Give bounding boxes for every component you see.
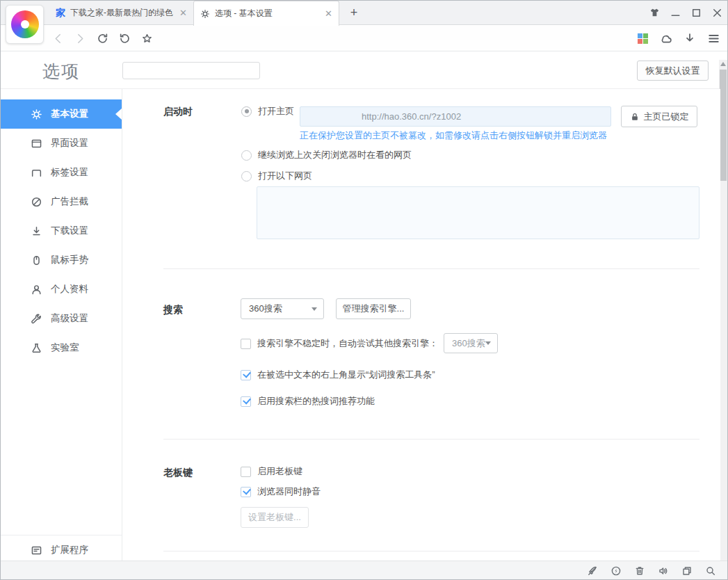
rocket-off-icon[interactable] [587, 565, 598, 577]
window-icon [31, 138, 42, 150]
search-engine-select-value: 360搜索 [249, 303, 282, 315]
page-title: 选项 [42, 60, 80, 83]
cloud-icon[interactable] [659, 32, 672, 45]
tab-settings[interactable]: 选项 - 基本设置 ✕ [193, 1, 339, 26]
download-line-icon [31, 225, 42, 237]
homepage-locked-label: 主页已锁定 [644, 111, 689, 123]
wrench-icon [31, 313, 42, 325]
selection-toolbar-label: 在被选中文本的右上角显示“划词搜索工具条” [257, 369, 435, 381]
lock-icon [630, 112, 640, 122]
tab-downloads-home[interactable]: 家 下载之家-最新最热门的绿色 ✕ [49, 1, 193, 25]
sidebar-item-profile[interactable]: 个人资料 [1, 275, 122, 304]
tab2-close-icon[interactable]: ✕ [325, 8, 332, 19]
reset-defaults-button[interactable]: 恢复默认设置 [637, 61, 709, 81]
restore-windows-icon[interactable] [681, 565, 693, 577]
fallback-engine-checkbox[interactable] [241, 339, 251, 349]
browser-logo[interactable] [6, 5, 44, 44]
selection-toolbar-checkbox[interactable] [241, 370, 251, 380]
back-icon[interactable] [52, 33, 64, 45]
sidebar-item-label: 鼠标手势 [51, 254, 88, 266]
hotword-suggest-label: 启用搜索栏的热搜词推荐功能 [257, 395, 375, 408]
bosskey-mute-checkbox[interactable] [241, 487, 251, 497]
settings-content: 启动时 打开主页 http://hao.360.cn/?z1002 主页已锁定 … [122, 89, 720, 561]
browser-window: 家 下载之家-最新最热门的绿色 ✕ 选项 - 基本设置 ✕ + [0, 0, 728, 580]
section-divider [163, 439, 699, 440]
flask-icon [31, 342, 42, 354]
sidebar-item-download[interactable]: 下载设置 [1, 216, 122, 245]
status-bar [1, 561, 728, 580]
volume-icon[interactable] [658, 565, 669, 577]
gear-sun-icon [31, 108, 42, 120]
extensions-icon [31, 545, 42, 556]
set-bosskey-button[interactable]: 设置老板键... [241, 507, 309, 528]
radio-continue-label: 继续浏览上次关闭浏览器时在看的网页 [258, 149, 412, 161]
tab-bar: 家 下载之家-最新最热门的绿色 ✕ 选项 - 基本设置 ✕ + [1, 1, 728, 25]
download-icon[interactable] [683, 32, 696, 45]
section-divider [163, 551, 699, 551]
hotword-suggest-checkbox[interactable] [241, 396, 251, 407]
scrollbar-thumb[interactable] [720, 70, 727, 181]
maximize-icon[interactable] [690, 7, 702, 19]
undo-icon[interactable] [119, 33, 131, 45]
forward-icon[interactable] [74, 33, 86, 45]
bosskey-enable-checkbox[interactable] [241, 467, 251, 477]
app-grid-icon[interactable] [638, 33, 648, 44]
theme-shirt-icon[interactable] [649, 7, 661, 19]
radio-open-homepage[interactable] [241, 106, 252, 117]
scrollbar-up-arrow[interactable] [720, 62, 726, 66]
sidebar-item-interface[interactable]: 界面设置 [1, 129, 122, 158]
gear-icon [200, 9, 210, 19]
tab-icon [31, 167, 42, 179]
sidebar-footer-label: 扩展程序 [51, 544, 88, 556]
radio-continue-last-session[interactable] [241, 150, 252, 161]
settings-page-header: 选项 恢复默认设置 [1, 51, 728, 89]
manage-search-engines-button[interactable]: 管理搜索引擎... [336, 298, 411, 319]
reload-icon[interactable] [97, 33, 108, 45]
fallback-engine-select[interactable]: 360搜索 [444, 333, 498, 353]
sidebar-item-mouse-gesture[interactable]: 鼠标手势 [1, 245, 122, 275]
sidebar-item-label: 下载设置 [51, 225, 88, 237]
search-section-label: 搜索 [163, 304, 183, 316]
homepage-url-input[interactable]: http://hao.360.cn/?z1002 [300, 106, 611, 127]
section-divider [163, 268, 699, 269]
trash-icon[interactable] [634, 565, 645, 577]
startup-pages-list[interactable] [257, 186, 699, 239]
bosskey-section-label: 老板键 [163, 467, 193, 479]
star-icon[interactable] [141, 33, 153, 45]
radio-open-pages[interactable] [241, 171, 252, 182]
sidebar-item-label: 个人资料 [51, 283, 88, 296]
sidebar-item-lab[interactable]: 实验室 [1, 333, 122, 362]
sidebar-item-adblock[interactable]: 广告拦截 [1, 187, 122, 216]
sidebar-item-extensions[interactable]: 扩展程序 [1, 540, 122, 561]
new-tab-button[interactable]: + [346, 5, 362, 22]
sidebar-item-basic[interactable]: 基本设置 [1, 99, 122, 129]
settings-search-input[interactable] [122, 62, 260, 79]
tab1-close-icon[interactable]: ✕ [179, 8, 187, 18]
startup-section-label: 启动时 [163, 106, 193, 118]
person-icon [31, 284, 42, 296]
sidebar-item-label: 基本设置 [51, 108, 88, 120]
tab1-title: 下载之家-最新最热门的绿色 [70, 7, 175, 19]
sidebar-item-tabs[interactable]: 标签设置 [1, 158, 122, 187]
search-engine-select[interactable]: 360搜索 [241, 298, 324, 319]
sidebar-item-label: 广告拦截 [51, 195, 88, 208]
speed-flash-icon[interactable] [610, 565, 622, 577]
sidebar-item-label: 界面设置 [51, 137, 88, 150]
radio-open-pages-label: 打开以下网页 [258, 170, 312, 182]
bosskey-mute-label: 浏览器同时静音 [257, 485, 321, 498]
minimize-icon[interactable] [670, 7, 681, 19]
homepage-locked-button[interactable]: 主页已锁定 [621, 106, 697, 127]
menu-icon[interactable] [707, 32, 720, 45]
caret-down-icon [312, 307, 317, 311]
bosskey-enable-label: 启用老板键 [257, 465, 302, 478]
homepage-protect-note: 正在保护您设置的主页不被篡改，如需修改请点击右侧按钮解锁并重启浏览器 [300, 129, 607, 142]
caret-down-icon [485, 341, 491, 345]
block-icon [31, 196, 42, 208]
radio-open-homepage-label: 打开主页 [258, 105, 294, 118]
sidebar-item-label: 标签设置 [51, 166, 88, 179]
close-icon[interactable] [711, 7, 723, 19]
sidebar-item-advanced[interactable]: 高级设置 [1, 304, 122, 333]
sidebar-item-label: 实验室 [51, 341, 79, 354]
page-zoom-icon[interactable] [705, 565, 716, 577]
settings-sidebar: 基本设置 界面设置 标签设置 广告拦截 下载设置 鼠标手势 个人资料 高级设置 [1, 89, 122, 561]
